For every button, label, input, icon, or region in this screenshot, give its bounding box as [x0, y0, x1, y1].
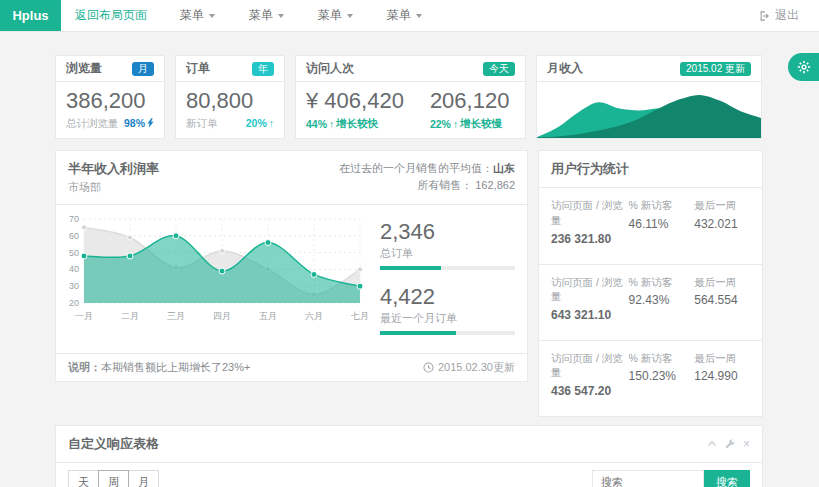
wrench-icon[interactable] [725, 439, 735, 449]
clock-icon [423, 362, 434, 373]
visits-secondary-note: 22%↑增长较慢 [430, 117, 510, 131]
behavior-label: 访问页面 / 浏览量 [551, 276, 623, 303]
behavior-value: 124.990 [694, 368, 750, 385]
behavior-label: 最后一周 [694, 199, 736, 211]
stat-cards-row: 浏览量 月 386,200 总计浏览量 98% 订单 年 80,800 新订单 [55, 55, 764, 139]
level-up-icon: ↑ [269, 117, 274, 129]
views-period-badge: 月 [132, 62, 154, 76]
month-orders-progressbar [380, 331, 515, 335]
gear-icon [797, 60, 811, 74]
app-logo[interactable]: Hplus [0, 0, 61, 31]
search-input[interactable] [592, 470, 704, 487]
behavior-label: 访问页面 / 浏览量 [551, 352, 623, 379]
orders-label: 新订单 [186, 117, 218, 131]
profit-panel-updated: 2015.02.30更新 [423, 360, 515, 375]
svg-text:60: 60 [69, 231, 79, 241]
arrow-up-icon: ↑ [453, 118, 458, 130]
range-button-month[interactable]: 月 [128, 470, 159, 487]
total-orders-value: 2,346 [380, 219, 515, 245]
svg-text:三月: 三月 [167, 311, 185, 321]
income-update-badge: 2015.02 更新 [680, 62, 751, 76]
menu-label: 菜单 [180, 7, 204, 24]
orders-delta: 20%↑ [246, 117, 274, 129]
total-orders-label: 总订单 [380, 246, 515, 261]
behavior-row: 访问页面 / 浏览量643 321.10 % 新访客92.43% 最后一周564… [539, 265, 762, 341]
arrow-up-icon: ↑ [329, 118, 334, 130]
svg-text:七月: 七月 [350, 311, 368, 321]
svg-text:五月: 五月 [259, 311, 277, 321]
menu-dropdown-2[interactable]: 菜单 [232, 7, 301, 24]
profit-panel-note: 在过去的一个月销售的平均值：山东 所有销售： 162,862 [339, 160, 515, 194]
back-to-layout-link[interactable]: 返回布局页面 [61, 7, 163, 24]
search-button[interactable]: 搜索 [704, 470, 750, 487]
month-orders-label: 最近一个月订单 [380, 311, 515, 326]
income-card-title: 月收入 [547, 60, 583, 77]
sign-out-icon [757, 10, 769, 22]
table-panel-title: 自定义响应表格 [68, 435, 159, 453]
views-card-title: 浏览量 [66, 60, 102, 77]
menu-dropdown-1[interactable]: 菜单 [163, 7, 232, 24]
visits-primary: ¥ 406,420 44%↑增长较快 [306, 88, 404, 131]
visits-period-badge: 今天 [483, 62, 515, 76]
logout-label: 退出 [775, 7, 799, 24]
svg-text:四月: 四月 [213, 311, 231, 321]
visits-card-title: 访问人次 [306, 60, 354, 77]
behavior-label: % 新访客 [629, 199, 673, 211]
income-area-chart [537, 86, 761, 138]
svg-text:50: 50 [69, 248, 79, 258]
custom-table-panel: 自定义响应表格 × 天 周 月 搜索 项目 进度 [55, 425, 763, 487]
user-behavior-panel: 用户行为统计 访问页面 / 浏览量236 321.80 % 新访客46.11% … [538, 150, 763, 417]
behavior-value: 432.021 [694, 216, 750, 233]
total-orders-progressbar [380, 266, 515, 270]
behavior-value: 150.23% [629, 368, 695, 385]
menu-dropdown-4[interactable]: 菜单 [370, 7, 439, 24]
behavior-label: 访问页面 / 浏览量 [551, 199, 623, 226]
chevron-up-icon[interactable] [707, 440, 717, 447]
income-card: 月收入 2015.02 更新 [536, 55, 762, 139]
range-button-day[interactable]: 天 [68, 470, 99, 487]
views-delta: 98% [124, 117, 154, 129]
svg-text:20: 20 [69, 298, 79, 308]
behavior-value: 436 547.20 [551, 383, 629, 400]
profit-panel-title: 半年收入利润率 [68, 160, 159, 178]
chevron-down-icon [347, 14, 353, 18]
top-navbar: Hplus 返回布局页面 菜单 菜单 菜单 菜单 退出 [0, 0, 819, 32]
behavior-row: 访问页面 / 浏览量236 321.80 % 新访客46.11% 最后一周432… [539, 188, 762, 264]
logout-button[interactable]: 退出 [757, 0, 819, 31]
svg-text:一月: 一月 [75, 311, 93, 321]
views-label: 总计浏览量 [66, 117, 119, 131]
behavior-panel-title: 用户行为统计 [551, 160, 750, 178]
menu-dropdown-3[interactable]: 菜单 [301, 7, 370, 24]
behavior-value: 643 321.10 [551, 307, 629, 324]
views-value: 386,200 [66, 88, 154, 114]
visits-primary-value: ¥ 406,420 [306, 88, 404, 114]
menu-label: 菜单 [387, 7, 411, 24]
close-icon[interactable]: × [743, 438, 750, 450]
behavior-label: % 新访客 [629, 352, 673, 364]
visits-primary-note: 44%↑增长较快 [306, 117, 404, 131]
behavior-row: 访问页面 / 浏览量436 547.20 % 新访客150.23% 最后一周12… [539, 341, 762, 416]
views-card: 浏览量 月 386,200 总计浏览量 98% [55, 55, 165, 139]
middle-row: 半年收入利润率 市场部 在过去的一个月销售的平均值：山东 所有销售： 162,8… [55, 150, 764, 417]
range-button-week[interactable]: 周 [98, 470, 129, 487]
panel-tools: × [707, 438, 750, 450]
theme-settings-button[interactable] [788, 53, 819, 81]
orders-period-badge: 年 [252, 62, 274, 76]
chevron-down-icon [278, 14, 284, 18]
visits-secondary-value: 206,120 [430, 88, 510, 114]
svg-text:30: 30 [69, 282, 79, 292]
behavior-value: 564.554 [694, 292, 750, 309]
svg-text:70: 70 [69, 214, 79, 224]
svg-text:二月: 二月 [121, 311, 139, 321]
visits-secondary: 206,120 22%↑增长较慢 [430, 88, 510, 131]
svg-text:六月: 六月 [305, 311, 323, 321]
month-orders-value: 4,422 [380, 284, 515, 310]
behavior-value: 236 321.80 [551, 231, 629, 248]
dashboard-content: 浏览量 月 386,200 总计浏览量 98% 订单 年 80,800 新订单 [0, 32, 819, 487]
menu-label: 菜单 [249, 7, 273, 24]
orders-card: 订单 年 80,800 新订单 20%↑ [175, 55, 285, 139]
behavior-value: 46.11% [629, 216, 695, 233]
orders-card-title: 订单 [186, 60, 210, 77]
orders-value: 80,800 [186, 88, 274, 114]
behavior-value: 92.43% [629, 292, 695, 309]
